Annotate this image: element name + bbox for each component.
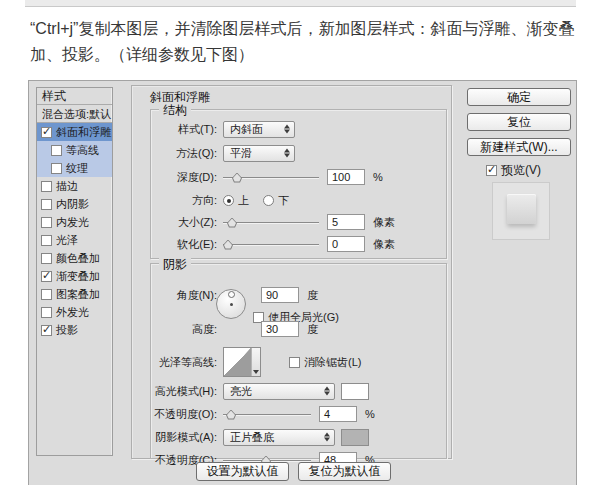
style-label: 样式(T): xyxy=(153,122,217,137)
slider-track xyxy=(223,414,311,416)
angle-indicator-icon xyxy=(228,291,235,298)
sidebar-item-outer-glow[interactable]: 外发光 xyxy=(37,303,112,321)
angle-dial[interactable] xyxy=(216,289,246,319)
sidebar-item-label: 渐变叠加 xyxy=(56,269,100,284)
technique-label: 方法(Q): xyxy=(153,146,217,161)
slider-thumb[interactable] xyxy=(226,410,236,420)
preview-toggle-row: ✓ 预览(V) xyxy=(486,162,541,179)
soften-input[interactable]: 0 xyxy=(327,236,365,252)
angle-unit: 度 xyxy=(307,288,318,303)
outer-glow-checkbox[interactable] xyxy=(41,307,52,318)
structure-group: 结构 样式(T): 内斜面 方法(Q): 平滑 深度(D xyxy=(150,109,447,259)
highlight-mode-value: 亮光 xyxy=(230,384,252,399)
shading-group: 阴影 角度(N): 90 度 使用全局光(G) 高度: xyxy=(150,263,447,459)
sidebar-item-label: 斜面和浮雕 xyxy=(56,125,111,140)
highlight-mode-dropdown[interactable]: 亮光 xyxy=(223,383,335,400)
sidebar-title: 样式 xyxy=(37,88,112,105)
direction-row: 方向: 上 下 xyxy=(153,191,444,209)
highlight-mode-row: 高光模式(H): 亮光 xyxy=(153,382,444,400)
sidebar-item-label: 颜色叠加 xyxy=(56,251,100,266)
inner-glow-checkbox[interactable] xyxy=(41,217,52,228)
contour-thumbnail-icon xyxy=(224,348,251,376)
soften-value: 0 xyxy=(332,238,338,250)
drop-shadow-checkbox[interactable]: ✓ xyxy=(41,325,52,336)
depth-label: 深度(D): xyxy=(153,170,217,185)
altitude-label: 高度: xyxy=(153,322,217,337)
gloss-contour-picker[interactable] xyxy=(223,347,261,377)
color-overlay-checkbox[interactable] xyxy=(41,253,52,264)
size-slider[interactable] xyxy=(223,216,319,229)
highlight-color-swatch[interactable] xyxy=(341,383,369,400)
preview-checkbox[interactable]: ✓ xyxy=(486,165,497,176)
angle-row: 角度(N): 90 度 xyxy=(153,286,444,304)
ok-button[interactable]: 确定 xyxy=(467,88,571,106)
chevron-down-icon xyxy=(253,370,259,374)
highlight-opacity-row: 不透明度(O): 4 % xyxy=(153,405,444,423)
soften-row: 软化(E): 0 像素 xyxy=(153,235,444,253)
highlight-opacity-value: 4 xyxy=(324,408,330,420)
slider-thumb[interactable] xyxy=(227,218,237,228)
sidebar-item-contour[interactable]: 等高线 xyxy=(37,141,112,159)
contour-checkbox[interactable] xyxy=(51,145,62,156)
styles-sidebar: 样式 混合选项:默认 ✓ 斜面和浮雕 等高线 纹理 描边 xyxy=(36,87,113,456)
sidebar-item-satin[interactable]: 光泽 xyxy=(37,231,112,249)
soften-slider[interactable] xyxy=(223,238,319,251)
check-icon: ✓ xyxy=(42,323,51,336)
inner-shadow-checkbox[interactable] xyxy=(41,199,52,210)
layer-style-dialog: 样式 混合选项:默认 ✓ 斜面和浮雕 等高线 纹理 描边 xyxy=(28,80,577,485)
altitude-value: 30 xyxy=(266,323,278,335)
sidebar-item-label: 外发光 xyxy=(56,305,89,320)
direction-down-radio[interactable] xyxy=(263,195,274,206)
sidebar-item-inner-shadow[interactable]: 内阴影 xyxy=(37,195,112,213)
slider-thumb[interactable] xyxy=(232,173,242,183)
sidebar-item-texture[interactable]: 纹理 xyxy=(37,159,112,177)
direction-up-radio[interactable] xyxy=(223,195,234,206)
reset-button[interactable]: 复位 xyxy=(467,113,571,131)
sidebar-item-inner-glow[interactable]: 内发光 xyxy=(37,213,112,231)
updown-arrows-icon xyxy=(284,149,290,158)
sidebar-item-bevel-emboss[interactable]: ✓ 斜面和浮雕 xyxy=(37,123,112,141)
texture-checkbox[interactable] xyxy=(51,163,62,174)
dial-center-icon xyxy=(230,303,233,306)
sidebar-item-stroke[interactable]: 描边 xyxy=(37,177,112,195)
depth-input[interactable]: 100 xyxy=(327,169,365,185)
check-icon: ✓ xyxy=(42,269,51,282)
new-style-button[interactable]: 新建样式(W)... xyxy=(467,138,571,156)
depth-value: 100 xyxy=(332,171,350,183)
altitude-unit: 度 xyxy=(307,322,318,337)
highlight-opacity-slider[interactable] xyxy=(223,408,311,421)
highlight-opacity-label: 不透明度(O): xyxy=(153,407,217,422)
pattern-overlay-checkbox[interactable] xyxy=(41,289,52,300)
anti-alias-checkbox[interactable] xyxy=(289,357,300,368)
size-input[interactable]: 5 xyxy=(327,214,365,230)
satin-checkbox[interactable] xyxy=(41,235,52,246)
sidebar-item-color-overlay[interactable]: 颜色叠加 xyxy=(37,249,112,267)
stroke-checkbox[interactable] xyxy=(41,181,52,192)
gradient-overlay-checkbox[interactable]: ✓ xyxy=(41,271,52,282)
style-dropdown[interactable]: 内斜面 xyxy=(223,121,295,138)
shadow-color-swatch[interactable] xyxy=(341,429,369,446)
direction-label: 方向: xyxy=(153,193,217,208)
shadow-mode-dropdown[interactable]: 正片叠底 xyxy=(223,429,335,446)
sidebar-item-gradient-overlay[interactable]: ✓ 渐变叠加 xyxy=(37,267,112,285)
shading-legend: 阴影 xyxy=(159,256,191,273)
slider-thumb[interactable] xyxy=(223,240,233,250)
altitude-input[interactable]: 30 xyxy=(261,321,299,337)
technique-dropdown[interactable]: 平滑 xyxy=(223,145,295,162)
bevel-emboss-panel: 斜面和浮雕 结构 样式(T): 内斜面 方法(Q): 平滑 xyxy=(131,85,452,459)
set-default-button[interactable]: 设置为默认值 xyxy=(196,462,289,481)
angle-input[interactable]: 90 xyxy=(261,287,299,303)
size-unit: 像素 xyxy=(373,215,395,230)
check-icon: ✓ xyxy=(487,163,496,176)
highlight-opacity-input[interactable]: 4 xyxy=(319,406,357,422)
bevel-emboss-checkbox[interactable]: ✓ xyxy=(41,127,52,138)
depth-unit: % xyxy=(373,171,383,183)
reset-default-button[interactable]: 复位为默认值 xyxy=(298,462,391,481)
sidebar-item-label: 等高线 xyxy=(66,143,99,158)
sidebar-item-drop-shadow[interactable]: ✓ 投影 xyxy=(37,321,112,339)
contour-dropdown-strip[interactable] xyxy=(251,348,260,376)
sidebar-item-pattern-overlay[interactable]: 图案叠加 xyxy=(37,285,112,303)
depth-slider[interactable] xyxy=(223,171,319,184)
sidebar-item-blending-options[interactable]: 混合选项:默认 xyxy=(37,105,112,123)
instruction-text: “Ctrl+j”复制本图层，并清除图层样式后，新加图层样式：斜面与浮雕、渐变叠 … xyxy=(30,16,592,68)
